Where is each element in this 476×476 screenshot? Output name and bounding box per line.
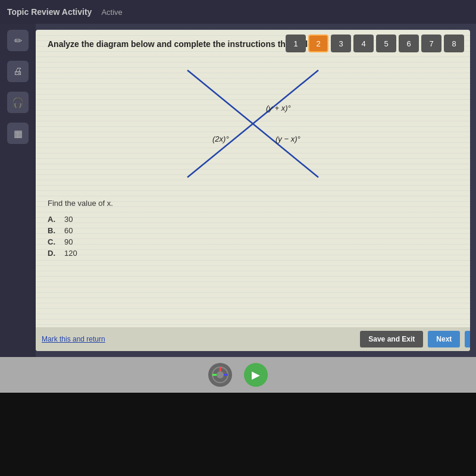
choices-list: A. 30 B. 60 C. 90 D. 120 (48, 215, 458, 258)
tab-3[interactable]: 3 (331, 35, 351, 52)
tab-8[interactable]: 8 (444, 35, 464, 52)
choice-d-label: D. (48, 249, 60, 258)
upper-section: Topic Review Activity Active ✏ 🖨 🎧 ▦ 1 2… (0, 0, 476, 357)
next-button[interactable]: Next (428, 331, 460, 347)
choice-c-value: 90 (64, 237, 73, 246)
screen: Topic Review Activity Active ✏ 🖨 🎧 ▦ 1 2… (0, 0, 476, 476)
choice-b[interactable]: B. 60 (48, 226, 458, 235)
tab-1[interactable]: 1 (286, 35, 306, 52)
label-2x: (2x)° (212, 134, 229, 143)
status-badge: Active (101, 8, 122, 17)
headphones-icon[interactable]: 🎧 (7, 92, 29, 113)
top-bar: Topic Review Activity Active (0, 0, 476, 24)
app-title: Topic Review Activity (7, 7, 92, 17)
find-text: Find the value of x. (48, 199, 458, 208)
printer-icon[interactable]: 🖨 (7, 61, 29, 82)
choice-b-label: B. (48, 226, 60, 235)
tab-7[interactable]: 7 (421, 35, 441, 52)
choice-c-label: C. (48, 237, 60, 246)
chrome-icon[interactable] (208, 363, 232, 387)
bottom-bar: Mark this and return Save and Exit Next … (36, 327, 470, 351)
svg-point-3 (217, 371, 224, 378)
pencil-icon[interactable]: ✏ (7, 30, 29, 51)
label-y-plus-x: (y + x)° (266, 104, 291, 112)
choice-a-label: A. (48, 215, 60, 224)
choice-d-value: 120 (64, 249, 77, 258)
mark-return-link[interactable]: Mark this and return (42, 335, 355, 343)
tab-4[interactable]: 4 (353, 35, 374, 52)
taskbar-row: ▶ (0, 363, 476, 387)
play-button-icon[interactable]: ▶ (244, 363, 268, 387)
tab-6[interactable]: 6 (399, 35, 419, 52)
choice-a-value: 30 (64, 215, 73, 224)
content-inner: Analyze the diagram below and complete t… (36, 30, 470, 267)
diagram-svg: (y + x)° (2x)° (y − x)° (158, 58, 348, 189)
left-sidebar: ✏ 🖨 🎧 ▦ (0, 24, 36, 357)
main-area: ✏ 🖨 🎧 ▦ 1 2 3 4 5 6 7 8 (0, 24, 476, 357)
tab-5[interactable]: 5 (376, 35, 396, 52)
label-y-minus-x: (y − x)° (275, 134, 300, 143)
save-exit-button[interactable]: Save and Exit (360, 331, 423, 347)
diagram-area: (y + x)° (2x)° (y − x)° (158, 58, 348, 189)
grid-icon[interactable]: ▦ (7, 123, 29, 144)
choice-c[interactable]: C. 90 (48, 237, 458, 246)
choice-d[interactable]: D. 120 (48, 249, 458, 258)
choice-a[interactable]: A. 30 (48, 215, 458, 224)
choice-b-value: 60 (64, 226, 73, 235)
dark-bottom (0, 393, 476, 476)
content-panel: 1 2 3 4 5 6 7 8 Analyze the diagram belo… (36, 30, 470, 351)
submit-button[interactable]: Submit (465, 331, 470, 347)
tab-2[interactable]: 2 (308, 35, 328, 52)
